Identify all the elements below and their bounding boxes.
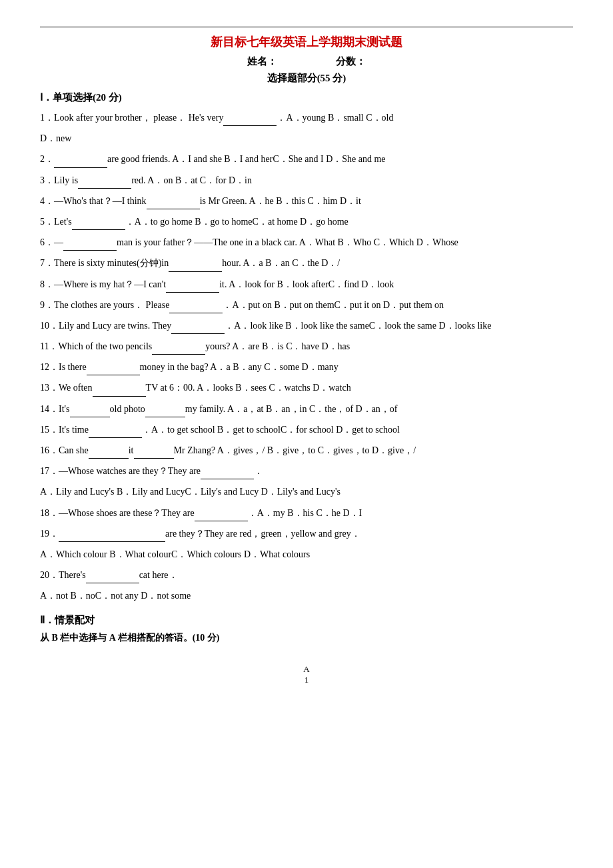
q5-text: 5．Let's — [40, 217, 72, 227]
question-1: 1．Look after your brother， please． He's … — [40, 109, 573, 126]
q18-options: ．A．my B．his C．he D．I — [248, 508, 362, 518]
question-2: 2．are good friends. A．I and she B．I and … — [40, 151, 573, 167]
question-16: 16．Can sheitMr Zhang? A．gives，/ B．give，t… — [40, 442, 573, 459]
q19-num: 19． — [40, 529, 59, 539]
question-6: 6．—man is your father？——The one in a bla… — [40, 234, 573, 251]
q17-options: A．Lily and Lucy's B．Lily and LucyC．Lily'… — [40, 487, 340, 497]
q19-options: A．Which colour B．What colourC．Which colo… — [40, 549, 310, 559]
q15-options: ．A．to get school B．get to schoolC．for sc… — [142, 425, 400, 435]
q12-blank[interactable] — [87, 365, 140, 375]
q10-text: 10．Lily and Lucy are twins. They — [40, 321, 171, 331]
q14-blank2[interactable] — [145, 407, 185, 417]
q4-blank[interactable] — [147, 199, 200, 209]
q6-text: 6．— — [40, 237, 63, 247]
question-15: 15．It's time．A．to get school B．get to sc… — [40, 421, 573, 438]
q14-blank1[interactable] — [70, 407, 110, 417]
q3-blank[interactable] — [78, 178, 131, 189]
question-18: 18．—Whose shoes are these？They are．A．my … — [40, 505, 573, 521]
q16-options: Mr Zhang? A．gives，/ B．give，to C．gives，to… — [174, 445, 416, 455]
part2-title: Ⅱ．情景配对 — [40, 614, 573, 627]
q12-options: money in the bag? A．a B．any C．some D．man… — [140, 362, 338, 372]
page-number: 1 — [40, 675, 573, 685]
q12-text: 12．Is there — [40, 362, 87, 372]
question-12: 12．Is theremoney in the bag? A．a B．any C… — [40, 359, 573, 375]
q4-text: 4．—Who's that？—I think — [40, 196, 147, 206]
page-title: 新目标七年级英语上学期期末测试题 — [40, 34, 573, 50]
question-8: 8．—Where is my hat？—I can'tit. A．look fo… — [40, 276, 573, 293]
name-label: 姓名： — [247, 56, 277, 67]
q14-mid: old photo — [110, 404, 145, 414]
question-13: 13．We oftenTV at 6：00. A．looks B．sees C．… — [40, 379, 573, 396]
q16-blank2[interactable] — [134, 448, 174, 459]
q6-blank[interactable] — [63, 240, 117, 251]
q11-text: 11．Which of the two pencils — [40, 341, 152, 351]
question-17: 17．—Whose watches are they？They are． — [40, 463, 573, 479]
q5-blank[interactable] — [72, 219, 125, 230]
q3-text: 3．Lily is — [40, 175, 78, 185]
question-10: 10．Lily and Lucy are twins. They．A．look … — [40, 317, 573, 334]
q9-text: 9．The clothes are yours． Please — [40, 300, 169, 310]
question-9: 9．The clothes are yours． Please．A．put on… — [40, 297, 573, 313]
q11-blank[interactable] — [152, 344, 205, 355]
q20-text: 20．There's — [40, 570, 86, 580]
question-17-options: A．Lily and Lucy's B．Lily and LucyC．Lily'… — [40, 483, 573, 500]
q20-rest: cat here． — [139, 570, 178, 580]
q16-mid: it — [129, 445, 134, 455]
q16-blank1[interactable] — [89, 448, 129, 459]
q2-num: 2． — [40, 154, 54, 164]
q10-blank[interactable] — [171, 323, 225, 334]
question-20: 20．There'scat here． — [40, 567, 573, 583]
q7-text: 7．There is sixty minutes(分钟)in — [40, 258, 169, 268]
q19-blank2[interactable] — [112, 531, 165, 542]
q13-text: 13．We often — [40, 383, 93, 393]
question-4: 4．—Who's that？—I thinkis Mr Green. A．he … — [40, 193, 573, 209]
q7-options: hour. A．a B．an C．the D．/ — [222, 258, 340, 268]
score-label: 分数： — [336, 56, 366, 67]
q1-num: 1．Look after your brother， please． He's … — [40, 113, 223, 123]
question-7: 7．There is sixty minutes(分钟)inhour. A．a … — [40, 255, 573, 271]
q18-blank[interactable] — [195, 511, 248, 521]
question-19-options: A．Which colour B．What colourC．Which colo… — [40, 546, 573, 563]
q5-options: ．A．to go home B．go to homeC．at home D．go… — [125, 217, 348, 227]
question-19: 19．are they？They are red，green，yellow an… — [40, 525, 573, 542]
question-3: 3．Lily isred. A．on B．at C．for D．in — [40, 172, 573, 189]
column-a-label: A — [40, 664, 573, 675]
q1-d: D．new — [40, 133, 71, 143]
page-footer: A 1 — [40, 664, 573, 685]
q2-options: are good friends. A．I and she B．I and he… — [107, 154, 386, 164]
q15-blank[interactable] — [89, 427, 142, 438]
q6-options: man is your father？——The one in a black … — [117, 237, 458, 247]
q14-options: my family. A．a，at B．an，in C．the，of D．an，… — [185, 404, 398, 414]
q8-options: it. A．look for B．look afterC．find D．look — [219, 279, 394, 289]
q18-text: 18．—Whose shoes are these？They are — [40, 508, 195, 518]
q15-text: 15．It's time — [40, 425, 89, 435]
q4-options: is Mr Green. A．he B．this C．him D．it — [200, 196, 361, 206]
q13-blank[interactable] — [93, 386, 146, 397]
q14-text: 14．It's — [40, 404, 70, 414]
q9-options: ．A．put on B．put on themC．put it on D．put… — [223, 300, 444, 310]
q8-blank[interactable] — [166, 282, 219, 293]
question-5: 5．Let's．A．to go home B．go to homeC．at ho… — [40, 213, 573, 230]
q2-blank[interactable] — [54, 157, 107, 168]
question-14: 14．It'sold photomy family. A．a，at B．an，i… — [40, 401, 573, 417]
q8-text: 8．—Where is my hat？—I can't — [40, 279, 166, 289]
question-20-options: A．not B．noC．not any D．not some — [40, 587, 573, 604]
section-header: 选择题部分(55 分) — [40, 72, 573, 85]
q13-options: TV at 6：00. A．looks B．sees C．watchs D．wa… — [146, 383, 351, 393]
q17-text: 17．—Whose watches are they？They are — [40, 466, 201, 476]
question-11: 11．Which of the two pencilsyours? A．are … — [40, 338, 573, 355]
question-1-d: D．new — [40, 130, 573, 147]
q1-blank[interactable] — [223, 115, 277, 126]
q19-rest: are they？They are red，green，yellow and g… — [165, 529, 360, 539]
q17-blank[interactable] — [201, 469, 254, 479]
q7-blank[interactable] — [169, 261, 222, 272]
q20-blank[interactable] — [86, 573, 139, 583]
q11-options: yours? A．are B．is C．have D．has — [205, 341, 350, 351]
q17-rest: ． — [254, 466, 263, 476]
q9-blank[interactable] — [169, 303, 223, 313]
top-divider — [40, 27, 573, 27]
part2-instruction: 从 B 栏中选择与 A 栏相搭配的答语。(10 分) — [40, 632, 573, 644]
part1-title: Ⅰ．单项选择(20 分) — [40, 91, 573, 104]
q19-blank1[interactable] — [59, 531, 112, 542]
q3-options: red. A．on B．at C．for D．in — [131, 175, 252, 185]
